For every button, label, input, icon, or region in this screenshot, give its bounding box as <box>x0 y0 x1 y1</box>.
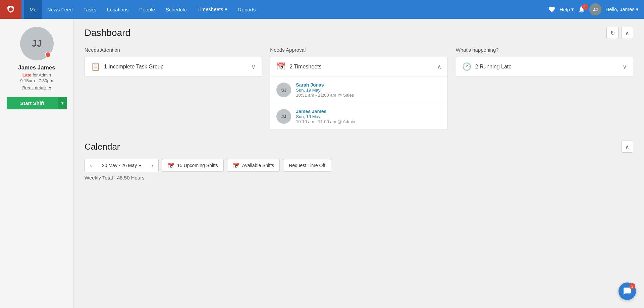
chat-badge: 2 <box>629 283 635 289</box>
james-date: Sun, 19 May <box>296 114 355 119</box>
chat-button[interactable]: 2 <box>619 283 636 300</box>
start-shift-container: Start Shift ▾ <box>7 97 67 109</box>
start-shift-dropdown-button[interactable]: ▾ <box>58 97 67 109</box>
available-shifts-button[interactable]: 📅 Available Shifts <box>227 159 280 172</box>
nav-avatar[interactable]: JJ <box>589 3 601 15</box>
upcoming-shifts-icon: 📅 <box>168 162 174 169</box>
logo[interactable] <box>0 0 21 19</box>
sidebar-status: Late for Admin <box>22 72 51 78</box>
request-time-off-button[interactable]: Request Time Off <box>283 159 331 172</box>
needs-attention-card: 📋 1 Incomplete Task Group ∨ <box>85 57 262 77</box>
upcoming-shifts-button[interactable]: 📅 15 Upcoming Shifts <box>162 159 223 172</box>
sidebar: JJ James James Late for Admin 9:15am - 7… <box>0 19 74 308</box>
needs-approval-title: Needs Approval <box>270 47 447 53</box>
help-button[interactable]: Help ▾ <box>559 6 574 12</box>
needs-attention-section: Needs Attention 📋 1 Incomplete Task Grou… <box>85 47 262 130</box>
break-chevron-icon: ▾ <box>49 85 51 90</box>
nav-item-people[interactable]: People <box>134 0 160 19</box>
refresh-button[interactable]: ↻ <box>606 27 619 39</box>
task-group-chevron-icon: ∨ <box>251 63 256 70</box>
james-time: 10:19 am - 11:00 am @ Admin <box>296 119 355 124</box>
sidebar-avatar: JJ <box>20 27 54 60</box>
nav-item-me[interactable]: Me <box>24 0 42 19</box>
dashboard-actions: ↻ ∧ <box>606 27 633 39</box>
james-avatar: JJ <box>276 109 291 124</box>
next-week-button[interactable]: › <box>146 159 158 172</box>
task-group-label: 1 Incomplete Task Group <box>104 64 164 70</box>
running-late-label: 2 Running Late <box>475 64 512 70</box>
calendar-controls: ‹ 20 May - 26 May ▾ › 📅 15 Upcoming Shif… <box>85 159 633 172</box>
nav-hello: Hello, James ▾ <box>605 6 639 12</box>
upcoming-shifts-label: 15 Upcoming Shifts <box>177 163 218 168</box>
available-shifts-icon: 📅 <box>233 162 239 169</box>
running-late-chevron-icon: ∨ <box>623 63 627 70</box>
task-group-icon: 📋 <box>91 62 100 71</box>
collapse-calendar-button[interactable]: ∧ <box>621 141 633 153</box>
sarah-date: Sun, 19 May <box>296 88 354 93</box>
sarah-time: 10:31 am - 11:00 am @ Sales <box>296 93 354 98</box>
needs-approval-section: Needs Approval 📅 2 Timesheets ∧ SJ Sarah <box>270 47 447 130</box>
nav-right: Help ▾ 1 JJ Hello, James ▾ <box>548 3 644 15</box>
needs-approval-card: 📅 2 Timesheets ∧ SJ Sarah Jonas Sun, 19 … <box>270 57 447 130</box>
page-title: Dashboard <box>85 28 130 38</box>
notification-badge: 1 <box>582 4 588 10</box>
nav-item-schedule[interactable]: Schedule <box>160 0 192 19</box>
svg-point-1 <box>9 7 13 11</box>
calendar-header: Calendar ∧ <box>85 141 633 153</box>
timesheets-label: 2 Timesheets <box>289 64 321 70</box>
calendar-section: Calendar ∧ ‹ 20 May - 26 May ▾ › 📅 15 Up… <box>85 141 633 181</box>
collapse-dashboard-button[interactable]: ∧ <box>621 27 633 39</box>
timesheets-header[interactable]: 📅 2 Timesheets ∧ <box>270 57 447 76</box>
notifications-button[interactable]: 1 <box>578 6 585 13</box>
timesheets-chevron-icon: ∧ <box>437 63 441 70</box>
nav-item-reports[interactable]: Reports <box>233 0 261 19</box>
late-label: Late <box>22 72 32 78</box>
main-content: Dashboard ↻ ∧ Needs Attention 📋 1 Incomp… <box>74 19 644 308</box>
nav-item-locations[interactable]: Locations <box>102 0 134 19</box>
timesheet-entry-sarah[interactable]: SJ Sarah Jonas Sun, 19 May 10:31 am - 11… <box>270 76 447 103</box>
needs-attention-title: Needs Attention <box>85 47 262 53</box>
dashboard-grid: Needs Attention 📋 1 Incomplete Task Grou… <box>85 47 633 130</box>
sarah-name: Sarah Jonas <box>296 82 354 88</box>
prev-week-button[interactable]: ‹ <box>85 159 97 172</box>
weekly-total: Weekly Total : 48.50 Hours <box>85 175 633 181</box>
sarah-avatar: SJ <box>276 83 291 97</box>
nav-item-timesheets[interactable]: Timesheets ▾ <box>192 0 233 19</box>
calendar-title: Calendar <box>85 142 120 152</box>
whats-happening-section: What's happening? 🕐 2 Running Late ∨ <box>456 47 633 130</box>
sidebar-shift-time: 9:15am - 7:30pm <box>20 78 53 83</box>
request-time-off-label: Request Time Off <box>289 163 325 168</box>
top-nav: Me News Feed Tasks Locations People Sche… <box>0 0 644 19</box>
incomplete-task-group-header[interactable]: 📋 1 Incomplete Task Group ∨ <box>85 57 262 76</box>
dashboard-header: Dashboard ↻ ∧ <box>85 27 633 39</box>
nav-item-news-feed[interactable]: News Feed <box>42 0 78 19</box>
favorites-icon[interactable] <box>548 6 555 13</box>
start-shift-button[interactable]: Start Shift <box>7 97 58 109</box>
timesheet-entry-james[interactable]: JJ James James Sun, 19 May 10:19 am - 11… <box>270 103 447 130</box>
break-details-link[interactable]: Break details ▾ <box>22 85 51 90</box>
available-shifts-label: Available Shifts <box>242 163 274 168</box>
status-badge <box>45 52 51 58</box>
sidebar-user-name: James James <box>18 64 55 71</box>
nav-item-tasks[interactable]: Tasks <box>78 0 102 19</box>
date-range-label[interactable]: 20 May - 26 May ▾ <box>97 159 146 172</box>
date-dropdown-icon: ▾ <box>139 163 141 168</box>
timesheets-icon: 📅 <box>276 62 285 71</box>
date-navigator: ‹ 20 May - 26 May ▾ › <box>85 159 159 172</box>
james-name: James James <box>296 109 355 114</box>
whats-happening-title: What's happening? <box>456 47 633 53</box>
running-late-icon: 🕐 <box>462 62 471 71</box>
whats-happening-card: 🕐 2 Running Late ∨ <box>456 57 633 77</box>
running-late-header[interactable]: 🕐 2 Running Late ∨ <box>456 57 633 76</box>
nav-items: Me News Feed Tasks Locations People Sche… <box>21 0 548 19</box>
